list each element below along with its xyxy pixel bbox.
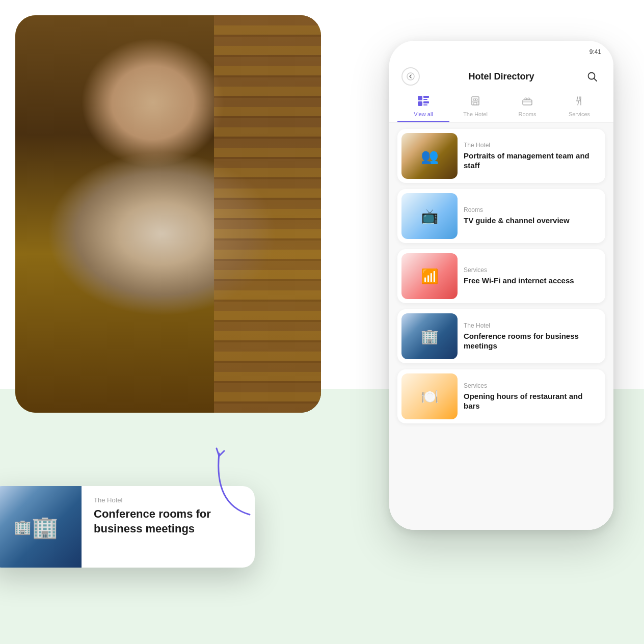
content-list: The Hotel Portraits of management team a…	[389, 123, 613, 530]
svg-rect-5	[418, 101, 422, 106]
list-item[interactable]: The Hotel Portraits of management team a…	[397, 129, 605, 183]
tab-view-all-label: View all	[414, 111, 433, 117]
item-image-staff	[401, 133, 458, 179]
item-category: Services	[464, 382, 599, 389]
list-item[interactable]: Services Opening hours of restaurant and…	[397, 369, 605, 423]
list-item[interactable]: Services Free Wi-Fi and internet access	[397, 249, 605, 303]
item-content: Services Free Wi-Fi and internet access	[462, 260, 605, 292]
back-button[interactable]	[401, 67, 420, 86]
svg-rect-10	[475, 99, 477, 100]
svg-rect-3	[423, 96, 429, 98]
item-title: Opening hours of restaurant and bars	[464, 391, 599, 411]
view-all-icon	[418, 96, 429, 109]
item-content: Rooms TV guide & channel overview	[462, 200, 605, 232]
item-content: The Hotel Conference rooms for business …	[462, 316, 605, 357]
item-content: The Hotel Portraits of management team a…	[462, 136, 605, 177]
item-image-restaurant	[401, 373, 458, 419]
svg-rect-6	[423, 101, 429, 103]
item-content: Services Opening hours of restaurant and…	[462, 376, 605, 417]
item-category: Rooms	[464, 206, 599, 213]
item-image-wifi	[401, 253, 458, 299]
phone-screen: 9:41 Hotel Directory	[389, 41, 613, 530]
phone-mockup: 9:41 Hotel Directory	[389, 41, 613, 530]
tab-the-hotel[interactable]: The Hotel	[449, 92, 501, 122]
tab-view-all[interactable]: View all	[397, 92, 449, 122]
expanded-card-image: 🏢	[0, 486, 82, 568]
item-image-tv	[401, 193, 458, 239]
curved-arrow	[204, 443, 265, 522]
rooms-icon	[522, 96, 533, 109]
page-title: Hotel Directory	[468, 71, 534, 82]
tab-rooms-label: Rooms	[519, 111, 536, 117]
item-category: The Hotel	[464, 142, 599, 149]
hotel-icon	[470, 96, 481, 109]
svg-rect-4	[423, 99, 427, 100]
list-item[interactable]: The Hotel Conference rooms for business …	[397, 309, 605, 363]
status-bar: 9:41	[389, 41, 613, 63]
item-title: TV guide & channel overview	[464, 216, 599, 226]
tab-hotel-label: The Hotel	[463, 111, 488, 117]
svg-rect-2	[418, 96, 422, 100]
item-title: Conference rooms for business meetings	[464, 331, 599, 351]
nav-header: Hotel Directory	[389, 63, 613, 92]
tab-bar: View all The Hotel	[389, 92, 613, 123]
item-title: Free Wi-Fi and internet access	[464, 276, 599, 286]
search-button[interactable]	[583, 67, 601, 86]
list-item[interactable]: Rooms TV guide & channel overview	[397, 189, 605, 243]
person-inner	[15, 15, 321, 413]
tab-rooms[interactable]: Rooms	[501, 92, 553, 122]
person-photo	[15, 15, 321, 413]
item-category: Services	[464, 266, 599, 274]
tab-services-label: Services	[569, 111, 590, 117]
item-title: Portraits of management team and staff	[464, 151, 599, 171]
item-image-conference	[401, 313, 458, 359]
item-category: The Hotel	[464, 322, 599, 329]
svg-point-0	[407, 73, 414, 80]
services-icon	[574, 96, 585, 109]
svg-rect-7	[423, 104, 427, 105]
svg-rect-8	[472, 97, 479, 105]
tab-services[interactable]: Services	[553, 92, 605, 122]
svg-rect-12	[523, 100, 532, 105]
